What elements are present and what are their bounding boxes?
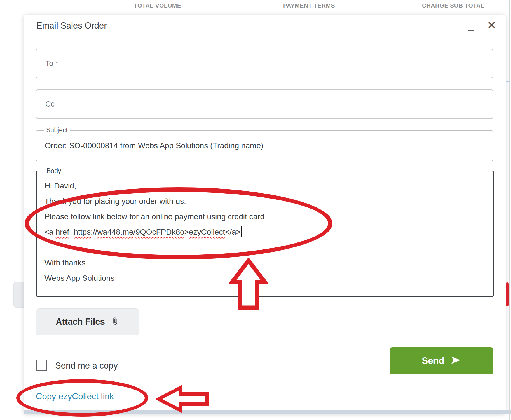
to-label: To * <box>45 59 58 68</box>
close-icon[interactable]: ✕ <box>485 18 498 32</box>
cc-input[interactable]: Cc <box>36 89 493 119</box>
send-button[interactable]: Send <box>390 347 493 374</box>
attach-files-label: Attach Files <box>56 317 105 327</box>
bg-column-payment-terms: PAYMENT TERMS <box>283 2 335 9</box>
attach-files-button[interactable]: Attach Files <box>36 308 139 335</box>
bg-column-charge-sub-total: CHARGE SUB TOTAL <box>422 2 484 9</box>
vertical-scrollbar-track[interactable] <box>509 0 510 420</box>
annotation-up-arrow-icon <box>229 258 268 310</box>
scrollbar-blue-tick <box>506 81 509 82</box>
annotation-circle-link-line <box>25 187 332 259</box>
to-input[interactable]: To * <box>36 49 493 78</box>
subject-input[interactable]: Subject Order: SO-00000814 from Webs App… <box>36 130 493 161</box>
body-label: Body <box>44 167 64 175</box>
send-label: Send <box>422 355 444 366</box>
annotation-left-arrow-icon <box>156 385 210 413</box>
scrollbar-red-annotation-mark <box>506 282 509 306</box>
minimize-icon[interactable] <box>468 30 474 31</box>
subject-label: Subject <box>44 126 70 134</box>
paperclip-icon <box>111 316 119 327</box>
send-arrow-icon <box>450 355 461 366</box>
subject-value: Order: SO-00000814 from Webs App Solutio… <box>45 141 263 150</box>
annotation-circle-copy-link <box>16 379 148 417</box>
cc-label: Cc <box>45 100 55 108</box>
bg-column-total-volume: TOTAL VOLUME <box>134 2 181 9</box>
send-me-copy-label: Send me a copy <box>55 361 118 371</box>
screen: TOTAL VOLUME PAYMENT TERMS CHARGE SUB TO… <box>0 0 511 420</box>
send-me-copy-checkbox[interactable] <box>36 360 47 371</box>
dialog-title: Email Sales Order <box>36 21 107 31</box>
